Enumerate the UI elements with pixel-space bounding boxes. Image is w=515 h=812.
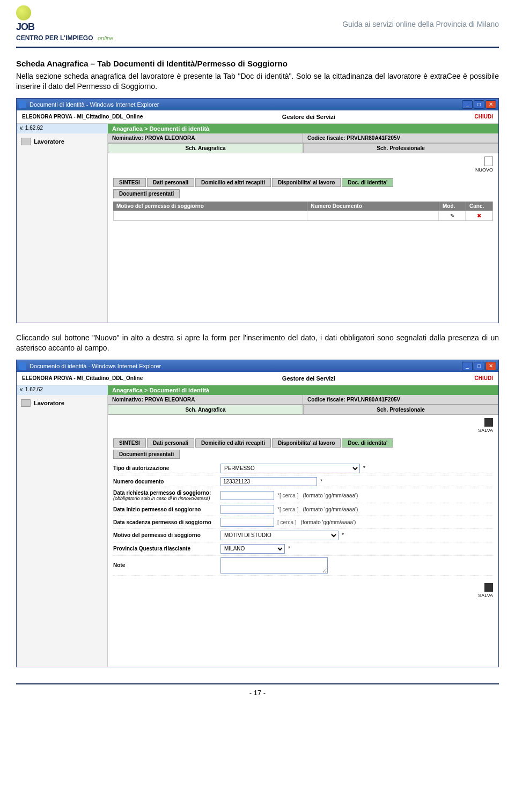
minimize-button[interactable]: _ (462, 100, 473, 109)
folder-icon (21, 138, 31, 145)
select-tipo[interactable]: PERMESSO (220, 464, 360, 473)
td-motivo (114, 211, 307, 220)
th-motivo: Motivo del permesso di soggiorno (113, 202, 307, 211)
cerca-link-2[interactable]: *[ cerca ] (277, 506, 298, 512)
subtab-domicilio-2[interactable]: Domicilio ed altri recapiti (195, 438, 271, 448)
subtab-documenti-presentati-2[interactable]: Documenti presentati (113, 450, 180, 459)
tab-sch-anagrafica[interactable]: Sch. Anagrafica (108, 143, 303, 153)
asterisk: * (363, 465, 365, 471)
section-title: Scheda Anagrafica – Tab Documenti di Ide… (16, 59, 499, 68)
input-numero[interactable] (220, 477, 317, 486)
subtab-dati-personali-2[interactable]: Dati personali (147, 438, 194, 448)
subtab-sintesi-2[interactable]: SINTESI (113, 438, 146, 448)
paragraph-2: Cliccando sul bottone "Nuovo" in alto a … (16, 333, 499, 353)
sidebar-label: Lavoratore (34, 138, 64, 145)
sidebar-item-lavoratore[interactable]: Lavoratore (20, 136, 104, 147)
save-icon-top[interactable] (484, 418, 493, 427)
empty-area (113, 221, 493, 317)
empty-area-2 (108, 602, 498, 667)
subtab-domicilio[interactable]: Domicilio ed altri recapiti (195, 178, 271, 187)
gestore-title: Gestore dei Servizi (282, 114, 335, 120)
maximize-button[interactable]: □ (474, 100, 484, 109)
label-data-richiesta: Data richiesta permesso di soggiorno: (o… (113, 490, 220, 501)
ie-icon (19, 101, 26, 108)
sidebar-item-lavoratore-2[interactable]: Lavoratore (20, 397, 104, 409)
paragraph-1: Nella sezione scheda anagrafica del lavo… (16, 71, 499, 92)
label-numero: Numero documento (113, 479, 220, 485)
input-data-richiesta[interactable] (220, 491, 274, 500)
salva-button-top[interactable]: SALVA (113, 428, 493, 433)
screenshot-2: Documento di identità - Windows Internet… (16, 360, 499, 667)
edit-icon[interactable]: ✎ (439, 211, 466, 220)
table-header: Motivo del permesso di soggiorno Numero … (113, 202, 493, 211)
form-area: Tipo di autorizzazione PERMESSO * Numero… (113, 462, 493, 576)
subtab-documenti-presentati[interactable]: Documenti presentati (113, 189, 180, 198)
logo-main: JOB (16, 21, 113, 33)
hint-1: (formato 'gg/mm/aaaa') (303, 493, 358, 498)
version-label-2: v. 1.62.62 (17, 385, 108, 395)
label-data-inizio: Data Inizio permesso di soggiorno (113, 506, 220, 512)
input-data-scadenza[interactable] (220, 518, 274, 527)
tab-sch-anagrafica-2[interactable]: Sch. Anagrafica (108, 405, 303, 415)
codice-fiscale-label-2: Codice fiscale: PRVLNR80A41F205V (303, 395, 498, 404)
hint-3: (formato 'gg/mm/aaaa') (301, 519, 356, 525)
user-info: ELEONORA PROVA - MI_Cittadino_DDL_Online (22, 114, 143, 120)
sidebar: Lavoratore (17, 133, 108, 323)
version-label: v. 1.62.62 (17, 124, 108, 133)
codice-fiscale-label: Codice fiscale: PRVLNR80A41F205V (303, 133, 498, 143)
logo-area: JOB CENTRO PER L'IMPIEGO online (16, 5, 113, 42)
header-rule (16, 47, 499, 48)
maximize-button[interactable]: □ (474, 362, 484, 370)
subtab-sintesi[interactable]: SINTESI (113, 178, 146, 187)
input-data-inizio[interactable] (220, 505, 274, 514)
ie-icon (19, 362, 26, 370)
sidebar-2: Lavoratore (17, 395, 108, 667)
window-title: Documenti di identità - Windows Internet… (30, 101, 159, 108)
select-provincia[interactable]: MILANO (220, 544, 285, 554)
document-content: Scheda Anagrafica – Tab Documenti di Ide… (0, 59, 515, 667)
select-motivo[interactable]: MOTIVI DI STUDIO (220, 531, 339, 540)
label-data-scadenza: Data scadenza permesso di soggiorno (113, 519, 220, 525)
save-icon[interactable] (484, 583, 493, 592)
close-button[interactable]: ✕ (485, 362, 496, 370)
nuovo-button[interactable]: NUOVO (113, 167, 493, 173)
folder-icon (21, 399, 31, 407)
asterisk: * (342, 532, 344, 538)
tab-sch-professionale-2[interactable]: Sch. Professionale (303, 405, 498, 415)
delete-icon[interactable]: ✖ (466, 211, 492, 220)
subtab-dati-personali[interactable]: Dati personali (147, 178, 194, 187)
asterisk: * (288, 546, 290, 552)
breadcrumb: Anagrafica > Documenti di identità (108, 124, 498, 133)
close-button[interactable]: ✕ (485, 100, 496, 109)
window-title-2: Documento di identità - Windows Internet… (30, 363, 161, 369)
sidebar-label-2: Lavoratore (34, 400, 64, 406)
logo-online: online (98, 35, 113, 41)
th-mod: Mod. (439, 202, 466, 211)
nominativo-label: Nominativo: PROVA ELEONORA (108, 133, 303, 143)
subtab-disponibilita[interactable]: Disponibilita' al lavoro (272, 178, 341, 187)
nuovo-icon[interactable] (484, 157, 493, 166)
chiudi-link[interactable]: CHIUDI (475, 114, 493, 120)
th-canc: Canc. (466, 202, 493, 211)
minimize-button[interactable]: _ (462, 362, 473, 370)
chiudi-link-2[interactable]: CHIUDI (475, 375, 493, 381)
ie-titlebar: Documenti di identità - Windows Internet… (17, 99, 498, 110)
subtab-doc-identita[interactable]: Doc. di identita' (342, 178, 393, 187)
subtab-disponibilita-2[interactable]: Disponibilita' al lavoro (272, 438, 341, 448)
salva-button[interactable]: SALVA (113, 593, 493, 598)
label-tipo: Tipo di autorizzazione (113, 465, 220, 471)
textarea-note[interactable] (220, 557, 328, 573)
label-provincia: Provincia Questura rilasciante (113, 546, 220, 552)
screenshot-1: Documenti di identità - Windows Internet… (16, 98, 499, 323)
footer-rule (16, 683, 499, 684)
label-note: Note (113, 562, 220, 568)
cerca-link-1[interactable]: *[ cerca ] (277, 493, 298, 498)
subtab-doc-identita-2[interactable]: Doc. di identita' (342, 438, 393, 448)
cerca-link-3[interactable]: [ cerca ] (277, 519, 297, 525)
table-row: ✎ ✖ (113, 211, 493, 221)
nominativo-label-2: Nominativo: PROVA ELEONORA (108, 395, 303, 404)
td-numero (307, 211, 439, 220)
th-numero: Numero Documento (307, 202, 439, 211)
tab-sch-professionale[interactable]: Sch. Professionale (303, 143, 498, 153)
header-right-text: Guida ai servizi online della Provincia … (342, 20, 499, 28)
